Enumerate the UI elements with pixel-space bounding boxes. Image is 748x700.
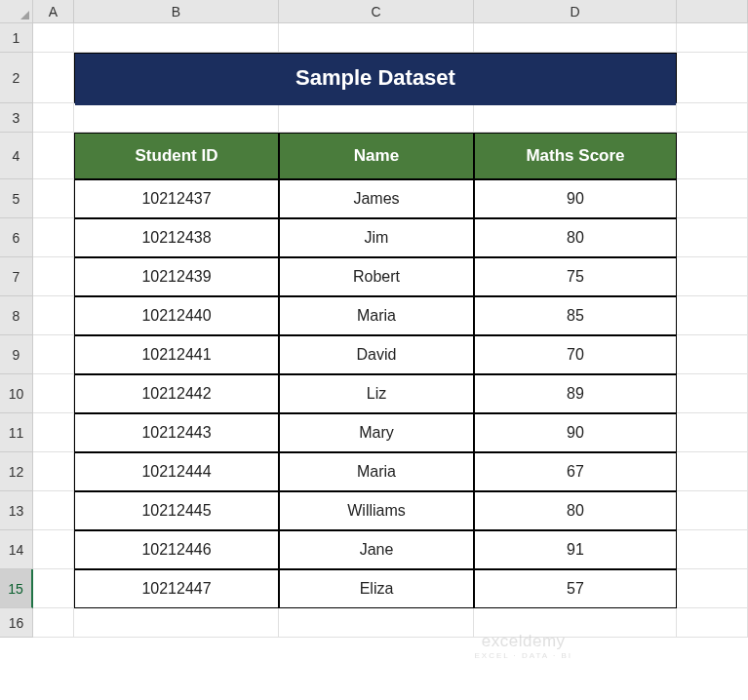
cell-a3[interactable] bbox=[33, 103, 74, 133]
cell-e7[interactable] bbox=[677, 257, 748, 296]
table-row[interactable]: 90 bbox=[474, 413, 677, 452]
table-row[interactable]: David bbox=[279, 335, 474, 374]
table-row[interactable]: 10212445 bbox=[74, 491, 279, 530]
table-row[interactable]: 67 bbox=[474, 452, 677, 491]
table-row[interactable]: 10212447 bbox=[74, 569, 279, 608]
table-row[interactable]: Liz bbox=[279, 374, 474, 413]
select-all-corner[interactable] bbox=[0, 0, 33, 23]
row-header-13[interactable]: 13 bbox=[0, 491, 33, 530]
table-row[interactable]: Williams bbox=[279, 491, 474, 530]
table-row[interactable]: 57 bbox=[474, 569, 677, 608]
cell-e10[interactable] bbox=[677, 374, 748, 413]
cell-b1[interactable] bbox=[74, 23, 279, 53]
table-row[interactable]: 80 bbox=[474, 491, 677, 530]
cell-c1[interactable] bbox=[279, 23, 474, 53]
cell-a9[interactable] bbox=[33, 335, 74, 374]
row-header-8[interactable]: 8 bbox=[0, 296, 33, 335]
col-header-blank[interactable] bbox=[677, 0, 748, 23]
cell-e13[interactable] bbox=[677, 491, 748, 530]
table-row[interactable]: Maria bbox=[279, 296, 474, 335]
col-header-c[interactable]: C bbox=[279, 0, 474, 23]
table-row[interactable]: 80 bbox=[474, 218, 677, 257]
row-header-2[interactable]: 2 bbox=[0, 53, 33, 103]
watermark-line1: exceldemy bbox=[474, 632, 572, 651]
table-row[interactable]: 90 bbox=[474, 179, 677, 218]
row-header-3[interactable]: 3 bbox=[0, 103, 33, 133]
row-header-4[interactable]: 4 bbox=[0, 133, 33, 179]
table-row[interactable]: 75 bbox=[474, 257, 677, 296]
cell-e8[interactable] bbox=[677, 296, 748, 335]
row-header-16[interactable]: 16 bbox=[0, 608, 33, 638]
cell-a2[interactable] bbox=[33, 53, 74, 103]
table-row[interactable]: 10212442 bbox=[74, 374, 279, 413]
cell-e1[interactable] bbox=[677, 23, 748, 53]
cell-e12[interactable] bbox=[677, 452, 748, 491]
cell-a1[interactable] bbox=[33, 23, 74, 53]
table-row[interactable]: 89 bbox=[474, 374, 677, 413]
table-header-name[interactable]: Name bbox=[279, 133, 474, 179]
cell-a14[interactable] bbox=[33, 530, 74, 569]
cell-a5[interactable] bbox=[33, 179, 74, 218]
cell-b16[interactable] bbox=[74, 608, 279, 638]
row-header-6[interactable]: 6 bbox=[0, 218, 33, 257]
cell-e14[interactable] bbox=[677, 530, 748, 569]
table-header-score[interactable]: Maths Score bbox=[474, 133, 677, 179]
col-header-d[interactable]: D bbox=[474, 0, 677, 23]
cell-d3[interactable] bbox=[474, 103, 677, 133]
row-header-11[interactable]: 11 bbox=[0, 413, 33, 452]
table-row[interactable]: 10212444 bbox=[74, 452, 279, 491]
table-row[interactable]: 85 bbox=[474, 296, 677, 335]
cell-a10[interactable] bbox=[33, 374, 74, 413]
cell-e11[interactable] bbox=[677, 413, 748, 452]
cell-a7[interactable] bbox=[33, 257, 74, 296]
table-row[interactable]: 70 bbox=[474, 335, 677, 374]
cell-d1[interactable] bbox=[474, 23, 677, 53]
table-row[interactable]: 10212439 bbox=[74, 257, 279, 296]
col-header-b[interactable]: B bbox=[74, 0, 279, 23]
cell-a16[interactable] bbox=[33, 608, 74, 638]
row-header-1[interactable]: 1 bbox=[0, 23, 33, 53]
cell-e15[interactable] bbox=[677, 569, 748, 608]
cell-c3[interactable] bbox=[279, 103, 474, 133]
cell-e6[interactable] bbox=[677, 218, 748, 257]
row-header-14[interactable]: 14 bbox=[0, 530, 33, 569]
cell-e3[interactable] bbox=[677, 103, 748, 133]
cell-a6[interactable] bbox=[33, 218, 74, 257]
cell-e2[interactable] bbox=[677, 53, 748, 103]
row-header-15[interactable]: 15 bbox=[0, 569, 33, 608]
cell-a12[interactable] bbox=[33, 452, 74, 491]
cell-a11[interactable] bbox=[33, 413, 74, 452]
row-header-5[interactable]: 5 bbox=[0, 179, 33, 218]
table-row[interactable]: 91 bbox=[474, 530, 677, 569]
table-row[interactable]: 10212441 bbox=[74, 335, 279, 374]
table-row[interactable]: 10212440 bbox=[74, 296, 279, 335]
cell-e4[interactable] bbox=[677, 133, 748, 179]
cell-a8[interactable] bbox=[33, 296, 74, 335]
row-header-9[interactable]: 9 bbox=[0, 335, 33, 374]
title-cell[interactable]: Sample Dataset bbox=[74, 53, 677, 103]
row-header-12[interactable]: 12 bbox=[0, 452, 33, 491]
table-row[interactable]: 10212446 bbox=[74, 530, 279, 569]
table-row[interactable]: Eliza bbox=[279, 569, 474, 608]
cell-c16[interactable] bbox=[279, 608, 474, 638]
table-row[interactable]: 10212438 bbox=[74, 218, 279, 257]
cell-a13[interactable] bbox=[33, 491, 74, 530]
table-row[interactable]: Jim bbox=[279, 218, 474, 257]
table-row[interactable]: Maria bbox=[279, 452, 474, 491]
cell-e9[interactable] bbox=[677, 335, 748, 374]
cell-a4[interactable] bbox=[33, 133, 74, 179]
table-row[interactable]: James bbox=[279, 179, 474, 218]
table-row[interactable]: 10212443 bbox=[74, 413, 279, 452]
cell-e5[interactable] bbox=[677, 179, 748, 218]
row-header-10[interactable]: 10 bbox=[0, 374, 33, 413]
table-row[interactable]: 10212437 bbox=[74, 179, 279, 218]
table-header-studentid[interactable]: Student ID bbox=[74, 133, 279, 179]
cell-b3[interactable] bbox=[74, 103, 279, 133]
cell-a15[interactable] bbox=[33, 569, 74, 608]
table-row[interactable]: Jane bbox=[279, 530, 474, 569]
table-row[interactable]: Robert bbox=[279, 257, 474, 296]
col-header-a[interactable]: A bbox=[33, 0, 74, 23]
cell-e16[interactable] bbox=[677, 608, 748, 638]
table-row[interactable]: Mary bbox=[279, 413, 474, 452]
row-header-7[interactable]: 7 bbox=[0, 257, 33, 296]
